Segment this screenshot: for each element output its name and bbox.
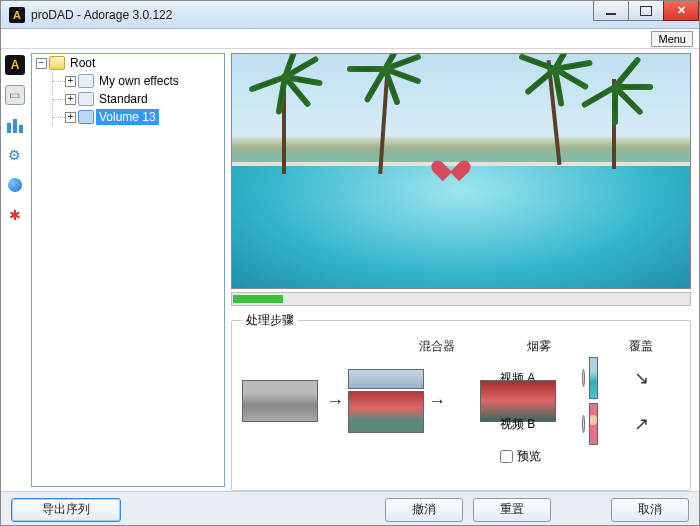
sidebar-icon-gear[interactable]: ⚙ [5,145,25,165]
menu-button[interactable]: Menu [651,31,693,47]
reset-button[interactable]: 重置 [473,498,551,522]
arrow-icon: → [398,391,476,412]
film-reel-icon [582,369,585,387]
tree-label-selected: Volume 13 [96,109,159,125]
tree-collapse-icon[interactable]: − [36,58,47,69]
minimize-button[interactable] [593,1,629,21]
processing-steps-panel: 处理步骤 混合器 烟雾 覆盖 视频 A ↘ → [231,320,691,491]
sidebar-icon-strip: A ▭ ⚙ ✱ [1,49,29,491]
sidebar-icon-panel[interactable]: ▭ [5,85,25,105]
tree-expand-icon[interactable]: + [65,94,76,105]
timeline-progress [233,295,283,303]
steps-title: 处理步骤 [242,312,298,329]
overlay-label: 覆盖 [602,338,680,355]
tree-label: My own effects [96,73,182,89]
video-b-label: 视频 B [500,416,535,433]
window-controls [594,1,699,21]
mixer-label: 混合器 [398,338,476,355]
tree-expand-icon[interactable]: + [65,76,76,87]
window-title: proDAD - Adorage 3.0.122 [31,8,172,22]
tree-node-standard[interactable]: + Standard [53,90,224,108]
app-icon: A [9,7,25,23]
menu-bar: Menu [1,29,699,49]
film-reel-icon [582,415,585,433]
preview-checkbox-label: 预览 [517,448,541,465]
preview-checkbox[interactable] [500,450,513,463]
effects-tree[interactable]: − Root + My own effects + Standard + [32,54,224,126]
video-b-source: 视频 B [500,416,578,433]
effects-icon [78,92,94,106]
tree-expand-icon[interactable]: + [65,112,76,123]
timeline-scrubber[interactable] [231,292,691,306]
sidebar-icon-plugin[interactable]: ✱ [5,205,25,225]
bottom-toolbar: 导出序列 撤消 重置 取消 [1,491,699,526]
cancel-button[interactable]: 取消 [611,498,689,522]
main-area: A ▭ ⚙ ✱ − Root + My own effects + [1,49,699,491]
undo-button[interactable]: 撤消 [385,498,463,522]
video-b-thumbnail[interactable] [589,403,598,445]
tree-label: Standard [96,91,151,107]
effects-tree-pane: − Root + My own effects + Standard + [31,53,225,487]
smoke-icon-thumbnail[interactable] [348,369,424,389]
title-bar: A proDAD - Adorage 3.0.122 [1,1,699,29]
maximize-button[interactable] [628,1,664,21]
effects-icon [78,74,94,88]
sidebar-icon-bars[interactable] [5,115,25,135]
export-sequence-button[interactable]: 导出序列 [11,498,121,522]
smoke-label: 烟雾 [500,338,578,355]
sidebar-icon-globe[interactable] [5,175,25,195]
tree-node-myeffects[interactable]: + My own effects [53,72,224,90]
content-pane: 处理步骤 混合器 烟雾 覆盖 视频 A ↘ → [229,49,699,491]
tree-label: Root [67,55,98,71]
volume-icon [78,110,94,124]
sidebar-icon-logo[interactable]: A [5,55,25,75]
preview-viewport[interactable] [231,53,691,289]
tree-node-root[interactable]: − Root [32,54,224,72]
arrow-icon: ↘ [602,367,680,389]
arrow-icon: ↗ [602,413,680,435]
video-a-thumbnail[interactable] [589,357,598,399]
folder-icon [49,56,65,70]
tree-node-volume13[interactable]: + Volume 13 [53,108,224,126]
close-button[interactable] [663,1,699,21]
heart-overlay-icon [438,152,464,176]
